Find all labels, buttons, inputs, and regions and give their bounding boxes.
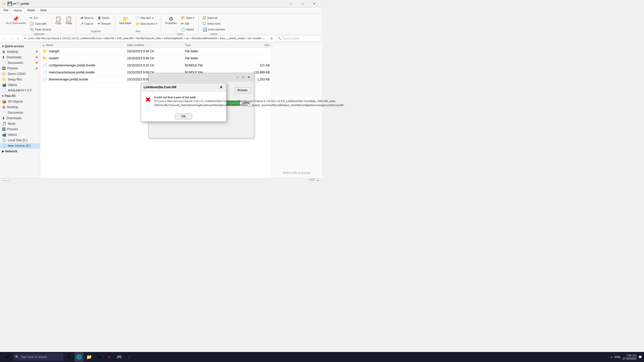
history-button[interactable]: 🕐 History xyxy=(179,27,196,32)
copy-button[interactable]: 📋 Copy xyxy=(53,15,63,26)
select-none-button[interactable]: ☐ Select none xyxy=(201,21,227,26)
videos-icon: 📹 xyxy=(2,83,6,87)
bg-maximize-button[interactable]: □ xyxy=(241,75,246,80)
pin-indicator2: 📌 xyxy=(35,56,38,59)
sidebar-quick-access[interactable]: ▾ Quick access xyxy=(0,43,40,49)
pin-indicator: 📌 xyxy=(35,51,38,53)
music-label: Music xyxy=(8,122,16,125)
edit-button[interactable]: ✏ Edit xyxy=(179,21,196,26)
3d-icon: 📦 xyxy=(2,100,6,104)
sidebar-item-desktop2[interactable]: 🖥 Desktop xyxy=(0,104,40,110)
delete-button[interactable]: 🗑 Delete xyxy=(96,15,113,21)
pictures-label: Pictures xyxy=(7,67,18,70)
move-to-button[interactable]: ➡ Move to xyxy=(79,15,95,21)
delete-icon: 🗑 xyxy=(98,16,101,20)
tab-share[interactable]: Share xyxy=(24,8,37,13)
sidebar-this-pc[interactable]: ▾ This PC xyxy=(0,93,40,99)
sidebar-item-pictures2[interactable]: 🖼 Pictures xyxy=(0,126,40,132)
maximize-button[interactable]: □ xyxy=(297,0,308,8)
col-header-name[interactable]: ▲ Name xyxy=(40,43,125,47)
open-col: 📂 Open ▾ ✏ Edit 🕐 History xyxy=(179,15,196,32)
sidebar-item-music[interactable]: 🎵 Music xyxy=(0,121,40,126)
easy-access-button[interactable]: ⭐ Easy access ▾ xyxy=(134,21,159,26)
back-button[interactable]: ‹ xyxy=(1,35,7,41)
error-close-button[interactable]: ✕ xyxy=(219,85,224,90)
open-icon: 📂 xyxy=(181,16,185,20)
new-folder-icon: 📁 xyxy=(122,16,129,21)
sidebar-item-setup[interactable]: 📁 Setup files xyxy=(0,77,40,82)
ribbon-group-clipboard: 📌 Pin to Quick access ✂ Cut 📋 Copy path … xyxy=(2,15,76,33)
refresh-button[interactable]: ↻ xyxy=(269,35,275,41)
search-box[interactable]: 🔍 Search prefab xyxy=(276,35,321,41)
clipboard-col: ✂ Cut 📋 Copy path 📎 Paste shortcut xyxy=(28,15,53,32)
ribbon-group-new: 📁 New folder 📄 New item ▾ ⭐ Easy access … xyxy=(115,15,161,33)
videos-label: Videos xyxy=(8,83,17,87)
col-header-type[interactable]: Type xyxy=(183,43,241,47)
3d-label: 3D Objects xyxy=(8,100,23,103)
sidebar-item-pictures[interactable]: 🖼 Pictures 📌 xyxy=(0,66,40,71)
copy-to-icon: ↗ xyxy=(80,22,84,26)
select-all-button[interactable]: ☑ Select all xyxy=(201,15,227,21)
item-count: 5 items xyxy=(2,180,11,181)
sidebar-item-documents[interactable]: 📄 Documents 📌 xyxy=(0,60,40,66)
tab-file[interactable]: File xyxy=(1,8,11,13)
grid-view-icon[interactable]: ⊞ xyxy=(316,179,320,181)
ok-button[interactable]: OK xyxy=(175,113,192,119)
new-folder-button[interactable]: 📁 New folder xyxy=(117,15,133,26)
bg-close-button[interactable]: ✕ xyxy=(246,75,251,80)
col-header-size[interactable]: Size xyxy=(241,43,272,47)
title-bar-buttons: ─ □ ✕ xyxy=(285,0,320,8)
browse-button[interactable]: Browse xyxy=(234,87,251,93)
file-row-config[interactable]: 📄 configextenmanager.prefab.bundle 15/10… xyxy=(40,62,272,69)
list-view-icon[interactable]: ☰ xyxy=(310,179,315,181)
close-button[interactable]: ✕ xyxy=(308,0,320,8)
bg-minimize-button[interactable]: ─ xyxy=(235,75,240,80)
edit-icon: ✏ xyxy=(181,22,184,26)
sidebar-network[interactable]: ▶ Network xyxy=(0,149,40,154)
pin-to-quick-button[interactable]: 📌 Pin to Quick access xyxy=(4,15,27,26)
up-button[interactable]: ↑ xyxy=(15,35,21,41)
sidebar-item-documents2[interactable]: 📄 Documents xyxy=(0,110,40,115)
error-title-text: Could not find a part of the path xyxy=(154,96,196,99)
sidebar-item-desktop[interactable]: 🖥 Desktop 📌 xyxy=(0,49,40,55)
error-dialog-title: LinkNeverDie.Com-SW xyxy=(144,85,176,89)
file-row-modelh[interactable]: 📁 modelh 15/10/2023 9:34 CH File folder xyxy=(40,55,272,62)
file-row-maingirl[interactable]: 📁 maingirl 15/10/2023 9:34 CH File folde… xyxy=(40,48,272,55)
tab-view[interactable]: View xyxy=(37,8,49,13)
sidebar-item-newvol[interactable]: 💿 New Volume (D:) xyxy=(0,143,40,149)
sort-up-icon: ▲ xyxy=(42,44,45,47)
pin-indicator3: 📌 xyxy=(35,62,38,64)
properties-button[interactable]: ⚙ Properties xyxy=(164,15,179,26)
invert-selection-button[interactable]: 🔄 Invert selection xyxy=(201,27,227,32)
ribbon: File Home Share View 📌 Pin to Quick acce… xyxy=(0,8,322,34)
cut-button[interactable]: ✂ Cut xyxy=(28,15,53,21)
error-dialog-body: ✖ Could not find a part of the path 'D:\… xyxy=(141,92,226,111)
tab-home[interactable]: Home xyxy=(11,8,24,14)
sidebar-item-chinese[interactable]: 📄 离塔版攻略等6个文字 xyxy=(0,88,40,93)
paste-button[interactable]: 📋 Paste xyxy=(64,15,74,26)
rename-button[interactable]: ✏ Rename xyxy=(96,21,113,26)
setup-label: Setup files xyxy=(8,78,22,81)
select-none-icon: ☐ xyxy=(203,22,206,26)
copy-to-button[interactable]: ↗ Copy to xyxy=(79,21,95,26)
copy-path-button[interactable]: 📋 Copy path xyxy=(28,21,53,26)
col-header-date[interactable]: Date modified xyxy=(125,43,183,47)
sidebar-item-downloads2[interactable]: ⬇ Downloads xyxy=(0,115,40,121)
new-item-button[interactable]: 📄 New item ▾ xyxy=(134,15,159,21)
forward-button[interactable]: › xyxy=(8,35,14,41)
sidebar-item-downloads[interactable]: ⬇ Downloads 📌 xyxy=(0,55,40,60)
address-path[interactable]: ≫ Love.n.War.Hero.by.Chance.2.r18.DLC.v2… xyxy=(22,35,268,41)
properties-icon: ⚙ xyxy=(169,16,173,21)
file-date-config: 15/10/2023 9:10 CH xyxy=(125,63,183,68)
sidebar-item-localc[interactable]: 💿 Local Disk (C:) xyxy=(0,138,40,143)
paste-shortcut-button[interactable]: 📎 Paste shortcut xyxy=(28,27,53,32)
preview-panel: Select a file to preview. xyxy=(272,42,322,178)
sidebar-item-democsgo[interactable]: 📁 Demo CSGO xyxy=(0,71,40,77)
open-button[interactable]: 📂 Open ▾ xyxy=(179,15,196,21)
minimize-button[interactable]: ─ xyxy=(285,0,297,8)
path-network-icon: ≫ xyxy=(24,37,27,40)
sidebar-item-3dobjects[interactable]: 📦 3D Objects xyxy=(0,99,40,104)
sidebar-item-videos2[interactable]: 📹 Videos xyxy=(0,132,40,138)
sidebar-item-videos[interactable]: 📹 Videos xyxy=(0,82,40,88)
desktop-icon: 🖥 xyxy=(2,50,6,54)
